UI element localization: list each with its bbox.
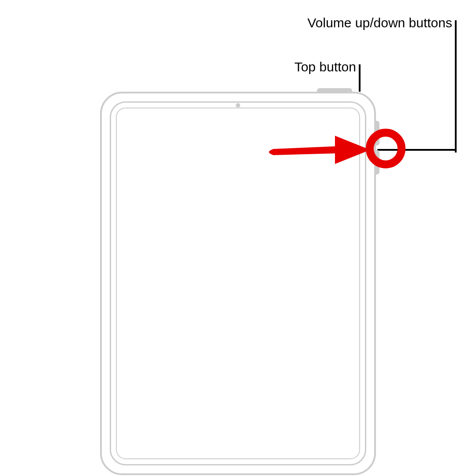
leader-line-volume-vertical bbox=[455, 20, 457, 152]
arrow-icon bbox=[264, 132, 375, 167]
top-button-label: Top button bbox=[294, 60, 356, 74]
highlight-circle-icon bbox=[366, 129, 405, 168]
top-button-icon bbox=[317, 88, 352, 93]
leader-line-top-button bbox=[359, 64, 361, 92]
volume-buttons-label: Volume up/down buttons bbox=[307, 15, 452, 30]
camera-icon bbox=[236, 103, 240, 108]
